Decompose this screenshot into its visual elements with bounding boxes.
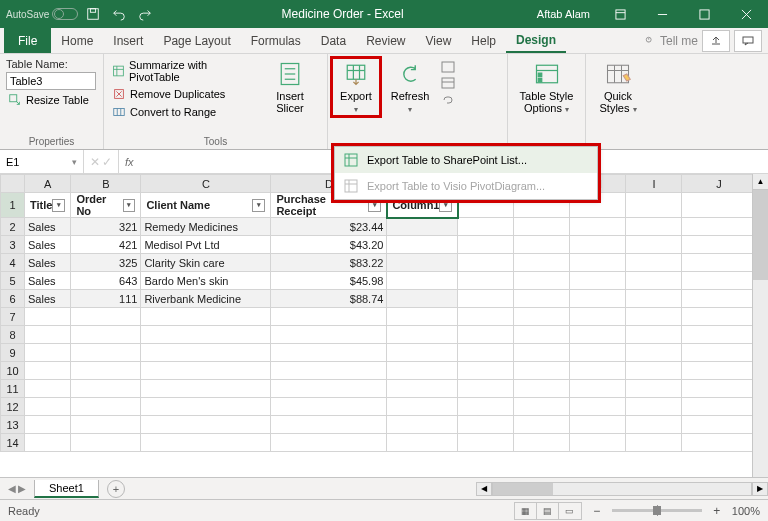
cell-J3[interactable] <box>682 236 756 254</box>
zoom-out-button[interactable]: − <box>590 504 604 518</box>
properties-icon[interactable] <box>440 60 456 74</box>
cell-F6[interactable] <box>458 290 514 308</box>
row-header-2[interactable]: 2 <box>1 218 25 236</box>
cell-F9[interactable] <box>458 344 514 362</box>
row-header-6[interactable]: 6 <box>1 290 25 308</box>
cell-C5[interactable]: Bardo Men's skin <box>141 272 271 290</box>
cell-J4[interactable] <box>682 254 756 272</box>
menu-formulas[interactable]: Formulas <box>241 28 311 53</box>
filter-button[interactable]: ▾ <box>123 199 136 212</box>
undo-icon[interactable] <box>108 3 130 25</box>
cell-C14[interactable] <box>141 434 271 452</box>
cell-D13[interactable] <box>271 416 387 434</box>
cell-B8[interactable] <box>71 326 141 344</box>
row-header-13[interactable]: 13 <box>1 416 25 434</box>
cell-J9[interactable] <box>682 344 756 362</box>
tab-nav-prev-icon[interactable]: ◀ <box>8 483 16 494</box>
view-page-break-icon[interactable]: ▭ <box>559 503 581 519</box>
view-page-layout-icon[interactable]: ▤ <box>537 503 559 519</box>
fx-label[interactable]: fx <box>119 156 134 168</box>
cell-E6[interactable] <box>387 290 458 308</box>
name-box[interactable]: E1▾ <box>0 150 84 173</box>
filter-button[interactable]: ▾ <box>368 199 381 212</box>
row-header-4[interactable]: 4 <box>1 254 25 272</box>
menu-page-layout[interactable]: Page Layout <box>153 28 240 53</box>
cell-H7[interactable] <box>570 308 626 326</box>
cell-A6[interactable]: Sales <box>25 290 71 308</box>
select-all-corner[interactable] <box>1 175 25 193</box>
sheet-tab-sheet1[interactable]: Sheet1 <box>34 480 99 498</box>
cell-G3[interactable] <box>514 236 570 254</box>
cell-C12[interactable] <box>141 398 271 416</box>
zoom-slider[interactable] <box>612 509 702 512</box>
unlink-icon[interactable] <box>440 92 456 106</box>
cell-B11[interactable] <box>71 380 141 398</box>
filter-button[interactable]: ▾ <box>439 199 452 212</box>
cell-B4[interactable]: 325 <box>71 254 141 272</box>
cell-C6[interactable]: Riverbank Medicine <box>141 290 271 308</box>
cell-G10[interactable] <box>514 362 570 380</box>
cell-C1[interactable]: Client Name▾ <box>141 193 271 218</box>
menu-review[interactable]: Review <box>356 28 415 53</box>
row-header-5[interactable]: 5 <box>1 272 25 290</box>
cell-F8[interactable] <box>458 326 514 344</box>
row-header-7[interactable]: 7 <box>1 308 25 326</box>
menu-insert[interactable]: Insert <box>103 28 153 53</box>
row-header-12[interactable]: 12 <box>1 398 25 416</box>
cell-H14[interactable] <box>570 434 626 452</box>
view-normal-icon[interactable]: ▦ <box>515 503 537 519</box>
row-header-10[interactable]: 10 <box>1 362 25 380</box>
cell-G4[interactable] <box>514 254 570 272</box>
cell-D10[interactable] <box>271 362 387 380</box>
cell-C2[interactable]: Remedy Medicines <box>141 218 271 236</box>
refresh-button[interactable]: Refresh▾ <box>386 58 434 116</box>
cell-A3[interactable]: Sales <box>25 236 71 254</box>
cell-D3[interactable]: $43.20 <box>271 236 387 254</box>
cell-A11[interactable] <box>25 380 71 398</box>
cell-J1[interactable] <box>682 193 756 218</box>
cell-G8[interactable] <box>514 326 570 344</box>
cell-C9[interactable] <box>141 344 271 362</box>
quick-styles-button[interactable]: Quick Styles ▾ <box>592 58 644 116</box>
cell-F14[interactable] <box>458 434 514 452</box>
cell-E4[interactable] <box>387 254 458 272</box>
cell-E11[interactable] <box>387 380 458 398</box>
cell-A2[interactable]: Sales <box>25 218 71 236</box>
cell-J14[interactable] <box>682 434 756 452</box>
cell-A13[interactable] <box>25 416 71 434</box>
cell-J12[interactable] <box>682 398 756 416</box>
cell-D6[interactable]: $88.74 <box>271 290 387 308</box>
cell-B2[interactable]: 321 <box>71 218 141 236</box>
resize-table-button[interactable]: Resize Table <box>6 92 91 108</box>
horizontal-scrollbar[interactable]: ◀ ▶ <box>476 482 768 496</box>
cell-J11[interactable] <box>682 380 756 398</box>
cell-J10[interactable] <box>682 362 756 380</box>
cell-F7[interactable] <box>458 308 514 326</box>
cell-I2[interactable] <box>626 218 682 236</box>
menu-view[interactable]: View <box>416 28 462 53</box>
cell-H4[interactable] <box>570 254 626 272</box>
save-icon[interactable] <box>82 3 104 25</box>
cell-B6[interactable]: 111 <box>71 290 141 308</box>
cell-G2[interactable] <box>514 218 570 236</box>
cell-E3[interactable] <box>387 236 458 254</box>
cell-H9[interactable] <box>570 344 626 362</box>
table-name-input[interactable] <box>6 72 96 90</box>
cell-I4[interactable] <box>626 254 682 272</box>
cell-H6[interactable] <box>570 290 626 308</box>
cell-A12[interactable] <box>25 398 71 416</box>
cell-I7[interactable] <box>626 308 682 326</box>
cell-E9[interactable] <box>387 344 458 362</box>
share-button[interactable] <box>702 30 730 52</box>
menu-data[interactable]: Data <box>311 28 356 53</box>
add-sheet-button[interactable]: + <box>107 480 125 498</box>
cell-B12[interactable] <box>71 398 141 416</box>
cell-I1[interactable] <box>626 193 682 218</box>
cell-F3[interactable] <box>458 236 514 254</box>
summarize-pivot-button[interactable]: Summarize with PivotTable <box>110 58 253 84</box>
cell-I12[interactable] <box>626 398 682 416</box>
cell-C11[interactable] <box>141 380 271 398</box>
menu-help[interactable]: Help <box>461 28 506 53</box>
col-header-C[interactable]: C <box>141 175 271 193</box>
cell-I6[interactable] <box>626 290 682 308</box>
